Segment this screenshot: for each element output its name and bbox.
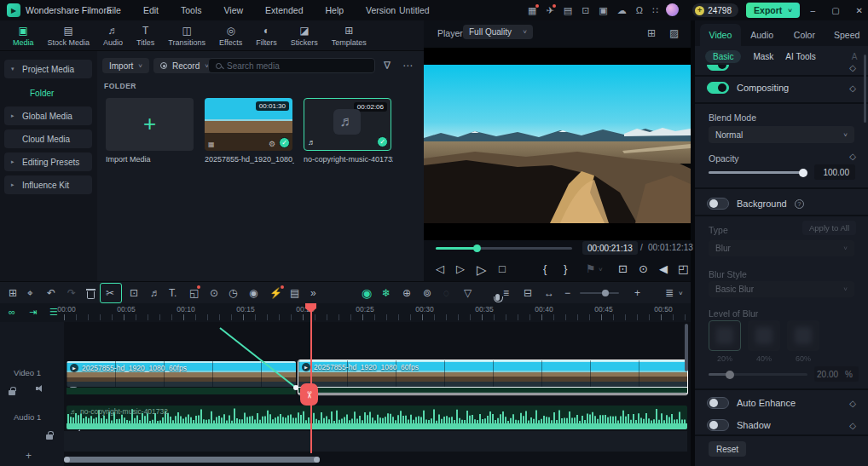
cut-scissors-badge[interactable]: ✂ <box>300 383 318 406</box>
previous-frame-button[interactable]: ◁ <box>436 262 444 275</box>
sidebar-item-global-media[interactable]: ▸Global Media <box>4 106 92 125</box>
media-item-video[interactable]: 00:01:30 ▦ ⚙ ✓ <box>205 98 292 151</box>
add-track-button[interactable]: + <box>26 450 32 462</box>
chevron-down-icon[interactable]: ˅ <box>679 290 683 297</box>
compositing-toggle[interactable] <box>707 82 729 94</box>
view-grid-icon[interactable]: ⊞ <box>647 28 656 38</box>
split-scissors-icon[interactable]: ✂ <box>106 287 114 299</box>
blend-mode-select[interactable]: Normal ˅ <box>709 126 854 143</box>
audio-clip[interactable]: ♬no-copyright-music-401732 <box>67 406 687 429</box>
media-search[interactable] <box>208 58 375 73</box>
marker-button[interactable]: ⚑ <box>586 262 596 275</box>
more-tools-icon[interactable]: » <box>310 287 316 299</box>
keyframe-diamond-icon[interactable]: ◇ <box>849 83 856 93</box>
media-item-music[interactable]: 00:02:06 ♬ ♬ ✓ <box>304 98 391 151</box>
sidebar-item-folder[interactable]: Folder <box>4 83 92 102</box>
auto-ripple-icon[interactable]: ∞ <box>9 307 15 317</box>
ai-smart-cut-icon[interactable]: ❄ <box>382 287 391 299</box>
adjust-icon[interactable]: ▤ <box>290 287 299 299</box>
tab-effects[interactable]: ◎Effects <box>213 25 248 47</box>
color-wheel-icon[interactable]: ◉ <box>249 287 258 299</box>
minimize-button[interactable]: – <box>811 6 816 15</box>
more-options-icon[interactable]: ⋯ <box>402 60 413 71</box>
support-icon[interactable]: Ω <box>636 6 643 15</box>
camera-flash-icon[interactable]: ⊚ <box>423 287 431 299</box>
insert-mode-icon[interactable]: ⇥ <box>29 307 37 318</box>
scrubber-knob[interactable] <box>473 245 481 252</box>
type-select[interactable]: Blur ˅ <box>709 240 854 256</box>
subtab-ai-tools[interactable]: AI Tools <box>785 52 815 61</box>
magic-tool-icon[interactable]: ⚡ <box>269 287 282 299</box>
pip-icon[interactable]: ◱ <box>189 287 199 299</box>
fit-timeline-icon[interactable]: ↔ <box>544 287 554 299</box>
media-grid-icon[interactable]: ⊞ <box>9 287 17 299</box>
marker-chevron-icon[interactable]: ˅ <box>599 266 603 273</box>
snapshot-button[interactable]: ⊙ <box>639 262 648 275</box>
opacity-knob[interactable] <box>799 169 807 177</box>
blur-style-select[interactable]: Basic Blur ˅ <box>709 281 854 297</box>
blur-knob[interactable] <box>726 371 734 379</box>
background-view-icon[interactable]: ▨ <box>669 28 679 38</box>
crop-icon[interactable]: ⊡ <box>130 287 138 299</box>
partial-toggle[interactable] <box>707 65 729 71</box>
export-button[interactable]: Export ˅ <box>746 3 800 18</box>
split-screen-icon[interactable]: ⊟ <box>524 287 532 299</box>
auto-enhance-toggle[interactable] <box>707 397 729 409</box>
coins-balance[interactable]: + 24798 <box>692 3 738 17</box>
menu-help[interactable]: Help <box>314 5 355 15</box>
screen-share-icon[interactable]: ⊡ <box>582 6 589 15</box>
blur-level-60-tile[interactable] <box>787 320 819 351</box>
apps-grid-icon[interactable]: ∷ <box>652 6 658 15</box>
lock-icon[interactable] <box>9 390 15 395</box>
select-tool-icon[interactable]: ⌖ <box>27 287 33 299</box>
video-preview[interactable] <box>424 48 691 240</box>
playhead-line[interactable] <box>310 303 312 453</box>
tab-video[interactable]: Video <box>700 24 741 46</box>
filter-icon[interactable]: ∇ <box>384 60 391 71</box>
gift-icon[interactable]: ▦ <box>528 6 536 15</box>
task-list-icon[interactable]: ▤ <box>564 6 572 15</box>
horizontal-scrollbar[interactable] <box>64 457 320 463</box>
tab-audio-props[interactable]: Audio <box>741 24 784 46</box>
tab-transitions[interactable]: ◫Transitions <box>162 25 211 47</box>
tab-audio[interactable]: ♬Audio <box>97 25 129 47</box>
help-icon[interactable]: ? <box>795 199 804 209</box>
tab-stickers[interactable]: ◪Stickers <box>285 25 324 47</box>
record-button[interactable]: Record ˅ <box>153 58 216 73</box>
shadow-toggle[interactable] <box>707 419 729 431</box>
save-icon[interactable]: ▣ <box>599 6 607 15</box>
subtitles-icon[interactable]: ≡ <box>503 287 509 299</box>
redo-icon[interactable]: ↷ <box>67 287 76 299</box>
mark-in-button[interactable]: { <box>543 262 547 275</box>
subtab-mask[interactable]: Mask <box>753 52 773 61</box>
promotion-icon[interactable]: ✈ <box>547 6 554 15</box>
tab-titles[interactable]: TTitles <box>130 25 160 47</box>
lock-icon[interactable] <box>46 434 53 440</box>
volume-button[interactable]: ◀ <box>659 262 668 275</box>
undo-icon[interactable]: ↶ <box>47 287 55 299</box>
track-manager-icon[interactable]: ≣ <box>665 287 674 299</box>
sidebar-item-influence-kit[interactable]: ▸Influence Kit <box>4 175 92 194</box>
zoom-knob[interactable] <box>602 290 609 296</box>
menu-tools[interactable]: Tools <box>170 5 213 15</box>
sidebar-item-editing-presets[interactable]: ▸Editing Presets <box>4 152 92 171</box>
add-camera-icon[interactable]: ⊕ <box>402 287 411 299</box>
blur-level-40-tile[interactable] <box>748 320 780 351</box>
opacity-slider[interactable] <box>709 171 807 174</box>
zoom-in-icon[interactable]: + <box>634 287 640 299</box>
keyframe-diamond-icon[interactable]: ◇ <box>849 399 856 408</box>
properties-scrollbar[interactable] <box>864 55 866 123</box>
keyframe-diamond-icon[interactable]: ◇ <box>849 152 856 161</box>
menu-extended[interactable]: Extended <box>254 5 314 15</box>
search-input[interactable] <box>227 61 355 71</box>
play-button[interactable]: ▷ <box>477 262 487 278</box>
blur-level-slider[interactable] <box>709 373 807 376</box>
background-toggle[interactable] <box>707 198 729 210</box>
user-avatar[interactable] <box>666 3 679 16</box>
screen-record-icon[interactable]: ⊙ <box>210 287 218 299</box>
video-clip-2-selected[interactable]: ▶20257855-hd_1920_1080_60fps <box>298 360 688 395</box>
menu-edit[interactable]: Edit <box>132 5 170 15</box>
blur-value[interactable]: 20.00 % <box>814 366 859 382</box>
close-button[interactable]: ✕ <box>856 6 863 15</box>
mark-out-button[interactable]: } <box>564 262 567 275</box>
